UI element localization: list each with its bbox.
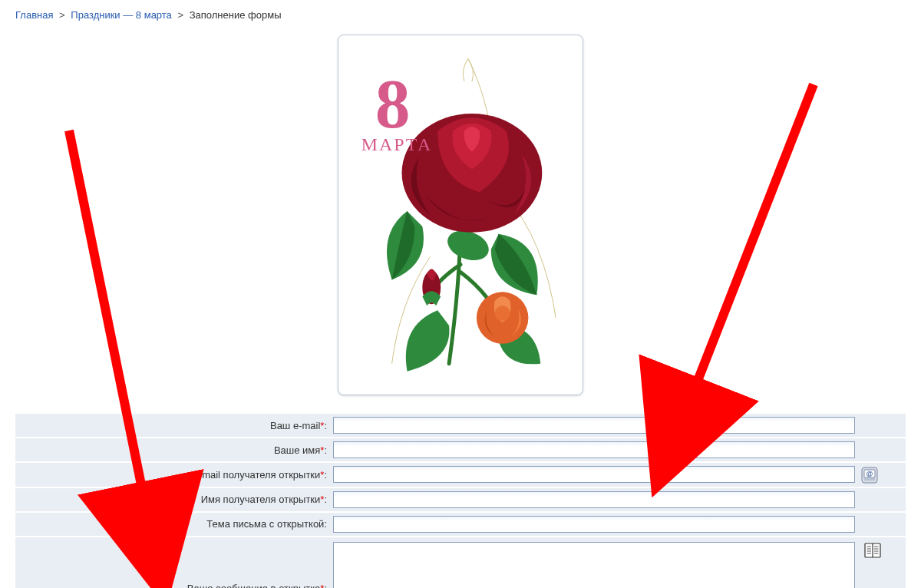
label-recipient-email: E-mail получателя открытки: [192, 469, 320, 481]
svg-text:МАРТА: МАРТА: [361, 134, 432, 154]
breadcrumb-home-link[interactable]: Главная: [15, 9, 53, 21]
page-root: Главная > Праздники — 8 марта > Заполнен…: [0, 0, 921, 588]
row-recipient-email: E-mail получателя открытки*: @: [15, 462, 906, 487]
your-name-field[interactable]: [333, 441, 855, 458]
subject-field[interactable]: [333, 516, 855, 533]
row-subject: Тема письма с открыткой:: [15, 512, 906, 537]
colon: :: [324, 518, 327, 530]
postcard-image: 8 МАРТА: [346, 43, 575, 387]
label-message: Ваше сообщение в открытке: [187, 583, 320, 588]
colon: :: [324, 583, 327, 588]
message-field[interactable]: [333, 542, 855, 588]
row-your-name: Ваше имя*:: [15, 438, 906, 462]
breadcrumb-current: Заполнение формы: [190, 9, 282, 21]
colon: :: [324, 494, 327, 505]
svg-point-3: [495, 306, 510, 321]
row-recipient-name: Имя получателя открытки*:: [15, 487, 906, 512]
label-your-email: Ваш e-mail: [270, 420, 320, 431]
colon: :: [324, 444, 327, 456]
address-book-icon[interactable]: @: [861, 467, 878, 484]
svg-rect-10: [864, 478, 875, 481]
breadcrumb-category-link[interactable]: Праздники — 8 марта: [71, 9, 172, 21]
recipient-name-field[interactable]: [333, 491, 855, 508]
breadcrumb-sep: >: [56, 9, 68, 21]
postcard-frame: 8 МАРТА: [338, 35, 583, 395]
row-message: Ваше сообщение в открытке*:: [15, 537, 906, 588]
your-email-field[interactable]: [333, 417, 855, 434]
breadcrumb-sep: >: [174, 9, 187, 21]
label-subject: Тема письма с открыткой: [206, 518, 324, 530]
colon: :: [324, 469, 327, 481]
label-your-name: Ваше имя: [274, 444, 320, 456]
label-recipient-name: Имя получателя открытки: [201, 494, 321, 505]
colon: :: [324, 420, 327, 431]
breadcrumb: Главная > Праздники — 8 марта > Заполнен…: [0, 0, 921, 27]
row-your-email: Ваш e-mail*:: [15, 413, 906, 438]
postcard-container: 8 МАРТА: [0, 35, 921, 395]
svg-text:@: @: [866, 470, 873, 477]
notebook-icon[interactable]: [864, 542, 881, 559]
form-table: Ваш e-mail*: Ваше имя*: E-mail получател…: [15, 412, 906, 588]
svg-text:8: 8: [375, 65, 411, 143]
recipient-email-field[interactable]: [333, 466, 855, 483]
